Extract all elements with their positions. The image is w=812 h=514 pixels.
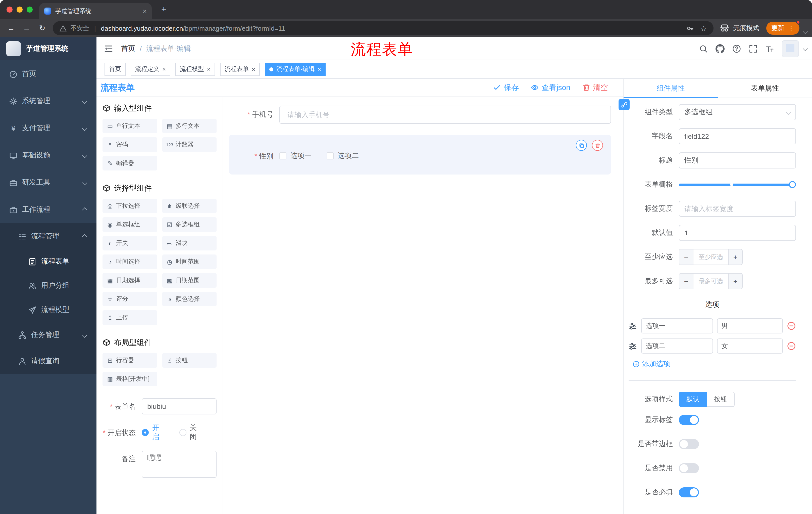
option-value-input[interactable]	[717, 339, 783, 354]
component-item-switch[interactable]: ◐开关	[103, 236, 157, 250]
component-item-single-line-text[interactable]: ▭单行文本	[103, 119, 157, 133]
avatar-caret-icon[interactable]	[803, 46, 808, 51]
tab-close-icon[interactable]: ×	[143, 7, 147, 15]
sidebar-fold-icon[interactable]	[104, 44, 114, 54]
plus-button[interactable]: +	[728, 249, 742, 265]
sidebar-item-home[interactable]: 首页	[0, 60, 96, 87]
component-item-checkbox-group[interactable]: ☑多选框组	[162, 217, 216, 232]
component-item-date-picker[interactable]: ▦日期选择	[103, 273, 157, 288]
plus-button[interactable]: +	[728, 274, 742, 289]
tag-close-icon[interactable]: ×	[162, 66, 166, 72]
sidebar-item-system-management[interactable]: 系统管理	[0, 87, 96, 115]
checkbox-box[interactable]	[327, 153, 334, 159]
gender-widget-selected[interactable]: 性别 选项一选项二	[229, 135, 611, 174]
github-icon[interactable]	[716, 44, 725, 53]
component-item-radio-group[interactable]: ◉单选框组	[103, 217, 157, 232]
clear-button[interactable]: 清空	[582, 83, 608, 92]
user-avatar[interactable]	[782, 40, 799, 57]
tag-process-form[interactable]: 流程表单×	[220, 63, 260, 76]
component-item-date-range[interactable]: ▩日期范围	[162, 273, 216, 288]
component-type-select[interactable]: 多选框组	[679, 104, 796, 120]
browser-tab[interactable]: 芋道管理系统 ×	[39, 3, 152, 19]
with-border-switch[interactable]	[679, 439, 699, 449]
reload-icon[interactable]: ↻	[38, 24, 47, 33]
sidebar-item-process-management[interactable]: 流程管理	[0, 223, 96, 249]
component-item-table-dev[interactable]: ▥表格[开发中]	[103, 372, 157, 386]
label-width-input[interactable]	[679, 201, 796, 217]
minus-button[interactable]: −	[679, 274, 693, 289]
phone-input[interactable]	[279, 106, 611, 124]
remove-option-icon[interactable]	[787, 342, 796, 351]
disabled-switch[interactable]	[679, 463, 699, 473]
password-key-icon[interactable]	[686, 24, 694, 32]
remove-option-icon[interactable]	[787, 321, 796, 330]
sidebar-item-workflow[interactable]: 工作流程	[0, 196, 96, 223]
component-item-time-picker[interactable]: ◔时间选择	[103, 254, 157, 269]
sidebar-item-process-model[interactable]: 流程模型	[0, 298, 96, 322]
forward-icon[interactable]: →	[22, 24, 31, 33]
max-select-value[interactable]: 最多可选	[693, 274, 728, 289]
sidebar-item-process-form[interactable]: 流程表单	[0, 249, 96, 274]
component-item-editor[interactable]: ✎编辑器	[103, 156, 157, 170]
sidebar-item-infrastructure[interactable]: 基础设施	[0, 142, 96, 169]
link-button[interactable]	[618, 99, 630, 110]
component-item-multiline-text[interactable]: ▤多行文本	[162, 119, 216, 133]
breadcrumb-home[interactable]: 首页	[121, 44, 135, 53]
component-item-password[interactable]: *密码	[103, 137, 157, 152]
component-item-time-range[interactable]: ◷时间范围	[162, 254, 216, 269]
tag-process-model[interactable]: 流程模型×	[175, 63, 215, 76]
save-button[interactable]: 保存	[493, 83, 519, 92]
component-item-slider[interactable]: ⊷滑块	[162, 236, 216, 250]
option-label-input[interactable]	[641, 339, 713, 354]
view-json-button[interactable]: 查看json	[531, 83, 570, 92]
update-chip[interactable]: 更新 ⋮	[766, 22, 800, 35]
copy-widget-button[interactable]	[576, 140, 587, 151]
slider-handle[interactable]	[789, 181, 796, 188]
font-size-icon[interactable]	[765, 44, 774, 53]
delete-widget-button[interactable]	[592, 140, 603, 151]
tab-form-props[interactable]: 表单属性	[718, 79, 812, 98]
browser-menu-icon[interactable]: ⋮	[788, 24, 794, 32]
default-value-input[interactable]	[679, 225, 796, 241]
component-item-select[interactable]: ◎下拉选择	[103, 199, 157, 213]
show-label-switch[interactable]	[679, 415, 699, 425]
url-bar[interactable]: 不安全 | dashboard.yudao.iocoder.cn/bpm/man…	[53, 21, 714, 35]
tag-close-icon[interactable]: ×	[252, 66, 255, 72]
tag-home[interactable]: 首页	[105, 63, 126, 76]
chevron-down-icon[interactable]	[803, 29, 808, 34]
add-option-button[interactable]: 添加选项	[633, 360, 670, 369]
sidebar-item-leave-query[interactable]: 请假查询	[0, 348, 96, 374]
status-on-radio[interactable]: 开启	[142, 425, 166, 440]
close-window-button[interactable]	[6, 6, 12, 12]
tab-component-props[interactable]: 组件属性	[624, 79, 718, 98]
component-item-counter[interactable]: 123计数器	[162, 137, 216, 152]
form-name-input[interactable]	[142, 398, 216, 414]
option-value-input[interactable]	[717, 318, 783, 333]
minus-button[interactable]: −	[679, 249, 693, 265]
bookmark-star-icon[interactable]: ☆	[700, 24, 707, 32]
component-item-cascader[interactable]: ⋔级联选择	[162, 199, 216, 213]
component-item-button[interactable]: ☝按钮	[162, 353, 216, 368]
checkbox-选项二[interactable]: 选项二	[327, 152, 359, 160]
min-select-value[interactable]: 至少应选	[693, 249, 728, 265]
grid-slider[interactable]	[679, 177, 796, 193]
tag-close-icon[interactable]: ×	[207, 66, 210, 72]
checkbox-box[interactable]	[279, 153, 286, 159]
style-button-button[interactable]: 按钮	[707, 392, 735, 407]
style-default-button[interactable]: 默认	[679, 392, 707, 407]
title-input[interactable]	[679, 153, 796, 168]
phone-widget[interactable]: 手机号	[229, 106, 611, 124]
tag-process-definition[interactable]: 流程定义×	[130, 63, 170, 76]
component-item-upload[interactable]: ↥上传	[103, 310, 157, 325]
sidebar-item-dev-tools[interactable]: 研发工具	[0, 169, 96, 196]
tag-process-form-edit[interactable]: 流程表单-编辑×	[265, 63, 326, 76]
drag-handle-icon[interactable]	[629, 342, 637, 350]
drag-handle-icon[interactable]	[629, 322, 637, 330]
checkbox-选项一[interactable]: 选项一	[279, 152, 312, 160]
new-tab-button[interactable]: +	[159, 4, 169, 15]
back-icon[interactable]: ←	[6, 24, 16, 33]
field-name-input[interactable]	[679, 128, 796, 144]
sidebar-item-task-management[interactable]: 任务管理	[0, 322, 96, 348]
component-item-color-picker[interactable]: ◑颜色选择	[162, 292, 216, 306]
fullscreen-icon[interactable]	[749, 44, 758, 53]
